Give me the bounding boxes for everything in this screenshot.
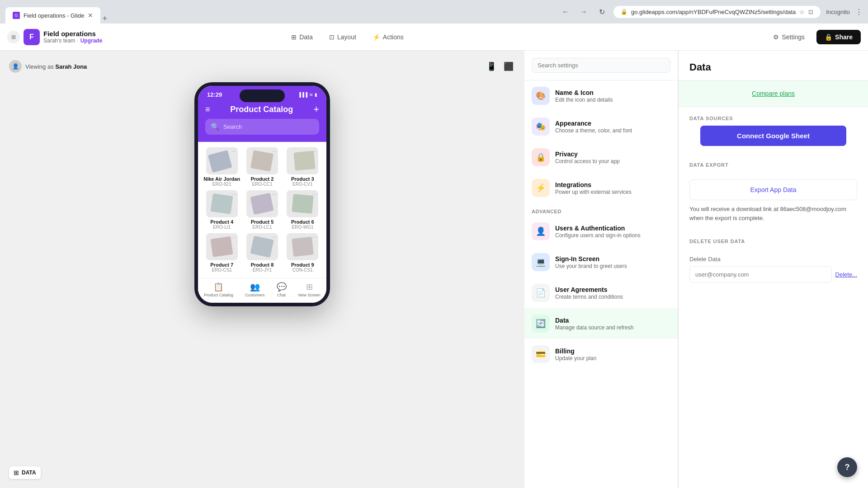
product-sku-2: ERO-CC1 — [252, 182, 272, 187]
settings-list: 🎨 Name & Icon Edit the icon and details … — [524, 80, 678, 488]
data-source-badge: ⊞ DATA — [9, 466, 41, 479]
product-image-3: ⋯ — [287, 147, 318, 174]
product-card-6[interactable]: ⋯ Product 6 ERO-WG1 — [284, 190, 321, 230]
forward-button[interactable]: → — [577, 5, 590, 18]
integrations-icon: ⚡ — [532, 179, 550, 197]
appearance-text: Appearance Choose a theme, color, and fo… — [555, 120, 632, 134]
app-team: Sarah's team · Upgrade — [43, 38, 102, 44]
preview-area: 👤 Viewing as Sarah Jona 📱 ⬛ 12:29 ▐▐▐ ≋ … — [0, 51, 524, 488]
settings-item-name-icon[interactable]: 🎨 Name & Icon Edit the icon and details — [524, 80, 678, 111]
phone-menu-icon[interactable]: ≡ — [205, 105, 210, 114]
product-card-5[interactable]: ⋯ Product 5 ERO-LC1 — [244, 190, 280, 230]
billing-label: Billing — [555, 347, 596, 355]
address-bar[interactable]: 🔒 go.glideapps.com/app/nYBDFufPneCvqQWZt… — [613, 6, 821, 18]
active-tab[interactable]: G Field operations - Glide ✕ — [5, 7, 100, 23]
refresh-button[interactable]: ↻ — [595, 5, 608, 18]
chat-nav-label: Chat — [277, 293, 286, 297]
bottom-nav-chat[interactable]: 💬 Chat — [277, 282, 287, 297]
nav-tab-layout[interactable]: ⊡ Layout — [322, 30, 363, 44]
product-dots-3: ⋯ — [312, 149, 316, 154]
grid-apps-icon[interactable]: ⊞ — [7, 31, 20, 43]
product-card-2[interactable]: ⋯ Product 2 ERO-CC1 — [244, 147, 280, 187]
actions-icon: ⚡ — [373, 33, 380, 41]
tab-close-button[interactable]: ✕ — [88, 12, 93, 19]
billing-emoji: 💳 — [536, 349, 546, 359]
data-sources-header: DATA SOURCES — [679, 107, 868, 126]
compare-plans-link[interactable]: Compare plans — [748, 86, 798, 101]
phone-search-bar[interactable]: 🔍 Search — [205, 119, 319, 135]
settings-item-sign-in[interactable]: 💻 Sign-In Screen Use your brand to greet… — [524, 247, 678, 277]
phone-search-icon: 🔍 — [211, 122, 220, 131]
signal-icon: ▐▐▐ — [298, 92, 307, 97]
address-bar-icons: ☆ ⊡ — [799, 9, 813, 15]
product-name-7: Product 7 — [210, 262, 233, 267]
product-card-9[interactable]: ⋯ Product 9 CON-CS1 — [284, 233, 321, 272]
settings-search-container — [524, 51, 678, 80]
bottom-nav-customers[interactable]: 👥 Customers — [245, 282, 265, 297]
settings-item-privacy[interactable]: 🔒 Privacy Control access to your app — [524, 142, 678, 173]
viewer-text: Viewing as Sarah Jona — [25, 63, 87, 70]
browser-tabs: G Field operations - Glide ✕ + — [5, 0, 556, 23]
share-button[interactable]: 🔒 Share — [816, 30, 861, 44]
product-card-3[interactable]: ⋯ Product 3 ERO-CV1 — [284, 147, 321, 187]
delete-email-input[interactable] — [689, 266, 832, 283]
settings-item-appearance[interactable]: 🎭 Appearance Choose a theme, color, and … — [524, 111, 678, 142]
billing-desc: Update your plan — [555, 355, 596, 361]
bottom-nav-newscreen[interactable]: ⊞ New Screen — [298, 282, 321, 297]
settings-item-users-auth[interactable]: 👤 Users & Authentication Configure users… — [524, 216, 678, 247]
product-image-8: ⋯ — [246, 233, 278, 260]
product-card-4[interactable]: ⋯ Product 4 ERO-LI1 — [203, 190, 240, 230]
product-card-1[interactable]: ⋯ Nike Air Jordan ERO-921 — [203, 147, 240, 187]
users-auth-emoji: 👤 — [536, 226, 546, 236]
integrations-label: Integrations — [555, 181, 632, 188]
privacy-label: Privacy — [555, 150, 620, 158]
product-image-5: ⋯ — [246, 190, 278, 217]
product-card-7[interactable]: ⋯ Product 7 ERO-CS1 — [203, 233, 240, 272]
delete-link[interactable]: Delete... — [835, 271, 857, 278]
device-toggle: 📱 ⬛ — [485, 60, 515, 73]
chrome-menu[interactable]: ⋮ — [855, 8, 863, 16]
tab-title: Field operations - Glide — [24, 12, 84, 19]
nav-right: ⚙ Settings 🔒 Share — [767, 30, 861, 44]
advanced-section-label: ADVANCED — [524, 203, 678, 216]
nav-tab-actions[interactable]: ⚡ Actions — [365, 30, 411, 44]
product-card-8[interactable]: ⋯ Product 8 ERO-JY1 — [244, 233, 280, 272]
nav-center: ⊞ Data ⊡ Layout ⚡ Actions — [284, 30, 411, 44]
newscreen-nav-label: New Screen — [298, 293, 321, 297]
user-agreements-emoji: 📄 — [536, 288, 546, 298]
viewing-as-prefix: Viewing as — [25, 63, 54, 70]
tablet-view-button[interactable]: ⬛ — [502, 60, 515, 73]
settings-item-integrations[interactable]: ⚡ Integrations Power up with external se… — [524, 173, 678, 203]
product-dots-6: ⋯ — [312, 192, 316, 197]
top-nav: ⊞ F Field operations Sarah's team · Upgr… — [0, 23, 868, 51]
settings-item-user-agreements[interactable]: 📄 User Agreements Create terms and condi… — [524, 277, 678, 308]
nav-tab-data[interactable]: ⊞ Data — [284, 30, 320, 44]
connect-google-sheet-button[interactable]: Connect Google Sheet — [700, 126, 846, 146]
lock-icon: 🔒 — [825, 33, 832, 41]
help-button[interactable]: ? — [837, 457, 857, 477]
new-tab-button[interactable]: + — [102, 14, 107, 23]
data-panel-header: Data — [679, 51, 868, 81]
mobile-view-button[interactable]: 📱 — [485, 60, 498, 73]
upgrade-button[interactable]: Upgrade — [80, 38, 103, 44]
settings-item-billing[interactable]: 💳 Billing Update your plan — [524, 339, 678, 370]
phone-header-top: ≡ Product Catalog + — [205, 103, 319, 115]
url-text: go.glideapps.com/app/nYBDFufPneCvqQWZtNz… — [631, 9, 796, 15]
data-panel-title: Data — [689, 61, 857, 73]
settings-search-input[interactable] — [532, 58, 670, 73]
integrations-emoji: ⚡ — [536, 183, 546, 193]
viewer-avatar: 👤 — [9, 60, 22, 73]
export-description: You will receive a download link at 86ae… — [689, 205, 857, 222]
settings-button[interactable]: ⚙ Settings — [767, 30, 811, 44]
product-dots-5: ⋯ — [272, 192, 276, 197]
appearance-emoji: 🎭 — [536, 122, 546, 131]
user-agreements-label: User Agreements — [555, 286, 623, 293]
product-sku-6: ERO-WG1 — [292, 225, 313, 230]
phone-add-button[interactable]: + — [313, 103, 319, 115]
bottom-nav-catalog[interactable]: 📋 Product Catalog — [204, 282, 233, 297]
export-app-data-button[interactable]: Export App Data — [689, 179, 857, 200]
back-button[interactable]: ← — [559, 5, 572, 18]
settings-item-data[interactable]: 🔄 Data Manage data source and refresh — [524, 308, 678, 339]
data-settings-emoji: 🔄 — [536, 319, 546, 328]
product-image-7: ⋯ — [206, 233, 238, 260]
